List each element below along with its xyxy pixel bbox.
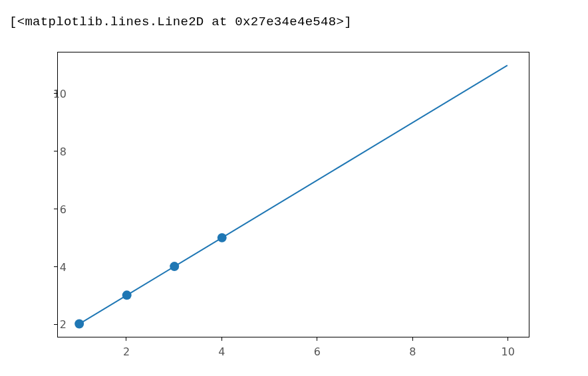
y-tick-label: 10: [40, 87, 67, 100]
x-tick-mark: [412, 337, 413, 341]
repl-output-text: [<matplotlib.lines.Line2D at 0x27e34e4e5…: [9, 15, 352, 29]
chart-marker: [74, 320, 84, 329]
y-tick-mark: [54, 209, 57, 209]
y-tick-label: 8: [40, 145, 67, 157]
chart-axes: [57, 52, 529, 337]
y-tick-label: 2: [40, 318, 67, 331]
x-tick-mark: [126, 337, 126, 341]
chart-marker: [170, 262, 179, 271]
x-tick-label: 10: [502, 345, 515, 358]
y-tick-mark: [54, 324, 57, 325]
y-tick-label: 6: [40, 203, 67, 215]
x-tick-label: 4: [218, 345, 225, 358]
chart-line: [79, 65, 508, 324]
x-tick-label: 8: [409, 345, 416, 358]
x-tick-mark: [221, 337, 222, 341]
x-tick-label: 6: [314, 345, 321, 358]
chart-marker: [122, 290, 132, 300]
y-tick-mark: [54, 93, 57, 94]
y-tick-label: 4: [40, 260, 67, 273]
x-tick-mark: [508, 337, 508, 341]
x-tick-mark: [317, 337, 317, 341]
chart-marker: [218, 233, 227, 242]
y-tick-mark: [54, 151, 57, 151]
chart-svg: [58, 52, 529, 337]
chart-container: 246810246810: [0, 40, 552, 376]
y-tick-mark: [54, 266, 57, 267]
x-tick-label: 2: [123, 345, 130, 358]
